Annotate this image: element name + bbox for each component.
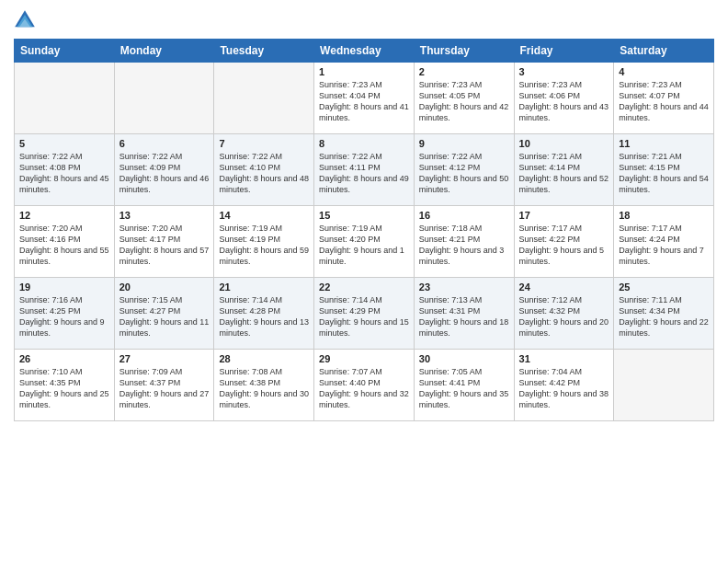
calendar-cell: 24Sunrise: 7:12 AM Sunset: 4:32 PM Dayli… bbox=[514, 278, 614, 350]
calendar-cell: 19Sunrise: 7:16 AM Sunset: 4:25 PM Dayli… bbox=[15, 278, 115, 350]
day-number: 4 bbox=[619, 66, 709, 77]
day-info: Sunrise: 7:13 AM Sunset: 4:31 PM Dayligh… bbox=[419, 294, 509, 339]
calendar-table: SundayMondayTuesdayWednesdayThursdayFrid… bbox=[14, 39, 714, 421]
day-number: 18 bbox=[619, 210, 709, 221]
day-number: 6 bbox=[119, 138, 210, 149]
day-number: 9 bbox=[419, 138, 509, 149]
calendar-cell: 14Sunrise: 7:19 AM Sunset: 4:19 PM Dayli… bbox=[214, 206, 314, 278]
day-number: 25 bbox=[619, 282, 709, 293]
day-info: Sunrise: 7:22 AM Sunset: 4:11 PM Dayligh… bbox=[319, 151, 409, 196]
day-number: 27 bbox=[119, 353, 210, 364]
day-number: 13 bbox=[119, 210, 210, 221]
day-info: Sunrise: 7:16 AM Sunset: 4:25 PM Dayligh… bbox=[19, 294, 109, 339]
calendar-week-1: 1Sunrise: 7:23 AM Sunset: 4:04 PM Daylig… bbox=[15, 63, 714, 134]
calendar-cell: 31Sunrise: 7:04 AM Sunset: 4:42 PM Dayli… bbox=[514, 350, 614, 421]
day-info: Sunrise: 7:14 AM Sunset: 4:28 PM Dayligh… bbox=[219, 294, 309, 339]
calendar-cell: 23Sunrise: 7:13 AM Sunset: 4:31 PM Dayli… bbox=[414, 278, 514, 350]
day-info: Sunrise: 7:07 AM Sunset: 4:40 PM Dayligh… bbox=[319, 366, 409, 411]
day-info: Sunrise: 7:10 AM Sunset: 4:35 PM Dayligh… bbox=[19, 366, 109, 411]
calendar-cell: 11Sunrise: 7:21 AM Sunset: 4:15 PM Dayli… bbox=[614, 134, 714, 206]
calendar-cell: 21Sunrise: 7:14 AM Sunset: 4:28 PM Dayli… bbox=[214, 278, 314, 350]
day-info: Sunrise: 7:20 AM Sunset: 4:17 PM Dayligh… bbox=[119, 223, 210, 268]
day-number: 12 bbox=[19, 210, 109, 221]
day-number: 28 bbox=[219, 353, 309, 364]
calendar-cell bbox=[15, 63, 115, 134]
calendar-cell: 7Sunrise: 7:22 AM Sunset: 4:10 PM Daylig… bbox=[214, 134, 314, 206]
day-info: Sunrise: 7:19 AM Sunset: 4:20 PM Dayligh… bbox=[319, 223, 409, 268]
logo bbox=[14, 9, 38, 31]
day-info: Sunrise: 7:23 AM Sunset: 4:06 PM Dayligh… bbox=[519, 79, 609, 124]
logo-icon bbox=[14, 9, 36, 31]
calendar-cell: 3Sunrise: 7:23 AM Sunset: 4:06 PM Daylig… bbox=[514, 63, 614, 134]
header bbox=[14, 9, 714, 31]
calendar-cell: 20Sunrise: 7:15 AM Sunset: 4:27 PM Dayli… bbox=[114, 278, 214, 350]
calendar-cell: 22Sunrise: 7:14 AM Sunset: 4:29 PM Dayli… bbox=[314, 278, 415, 350]
day-info: Sunrise: 7:05 AM Sunset: 4:41 PM Dayligh… bbox=[419, 366, 509, 411]
day-number: 5 bbox=[19, 138, 109, 149]
calendar-cell: 28Sunrise: 7:08 AM Sunset: 4:38 PM Dayli… bbox=[214, 350, 314, 421]
day-info: Sunrise: 7:23 AM Sunset: 4:05 PM Dayligh… bbox=[419, 79, 509, 124]
day-info: Sunrise: 7:23 AM Sunset: 4:04 PM Dayligh… bbox=[319, 79, 409, 124]
calendar-week-2: 5Sunrise: 7:22 AM Sunset: 4:08 PM Daylig… bbox=[15, 134, 714, 206]
calendar-cell: 12Sunrise: 7:20 AM Sunset: 4:16 PM Dayli… bbox=[15, 206, 115, 278]
calendar-cell bbox=[214, 63, 314, 134]
calendar-cell: 29Sunrise: 7:07 AM Sunset: 4:40 PM Dayli… bbox=[314, 350, 415, 421]
day-info: Sunrise: 7:19 AM Sunset: 4:19 PM Dayligh… bbox=[219, 223, 309, 268]
page: SundayMondayTuesdayWednesdayThursdayFrid… bbox=[0, 0, 728, 563]
day-info: Sunrise: 7:15 AM Sunset: 4:27 PM Dayligh… bbox=[119, 294, 210, 339]
calendar-cell: 9Sunrise: 7:22 AM Sunset: 4:12 PM Daylig… bbox=[414, 134, 514, 206]
day-number: 23 bbox=[419, 282, 509, 293]
day-number: 7 bbox=[219, 138, 309, 149]
day-info: Sunrise: 7:21 AM Sunset: 4:14 PM Dayligh… bbox=[519, 151, 609, 196]
calendar-cell: 25Sunrise: 7:11 AM Sunset: 4:34 PM Dayli… bbox=[614, 278, 714, 350]
day-number: 19 bbox=[19, 282, 109, 293]
calendar-cell bbox=[614, 350, 714, 421]
calendar-week-4: 19Sunrise: 7:16 AM Sunset: 4:25 PM Dayli… bbox=[15, 278, 714, 350]
day-number: 17 bbox=[519, 210, 609, 221]
day-number: 10 bbox=[519, 138, 609, 149]
day-header-sunday: Sunday bbox=[15, 40, 115, 63]
calendar-cell: 10Sunrise: 7:21 AM Sunset: 4:14 PM Dayli… bbox=[514, 134, 614, 206]
calendar-cell: 2Sunrise: 7:23 AM Sunset: 4:05 PM Daylig… bbox=[414, 63, 514, 134]
day-info: Sunrise: 7:22 AM Sunset: 4:08 PM Dayligh… bbox=[19, 151, 109, 196]
calendar-cell: 17Sunrise: 7:17 AM Sunset: 4:22 PM Dayli… bbox=[514, 206, 614, 278]
calendar-cell: 16Sunrise: 7:18 AM Sunset: 4:21 PM Dayli… bbox=[414, 206, 514, 278]
day-info: Sunrise: 7:23 AM Sunset: 4:07 PM Dayligh… bbox=[619, 79, 709, 124]
day-info: Sunrise: 7:09 AM Sunset: 4:37 PM Dayligh… bbox=[119, 366, 210, 411]
day-info: Sunrise: 7:04 AM Sunset: 4:42 PM Dayligh… bbox=[519, 366, 609, 411]
day-number: 30 bbox=[419, 353, 509, 364]
calendar-cell: 6Sunrise: 7:22 AM Sunset: 4:09 PM Daylig… bbox=[114, 134, 214, 206]
day-info: Sunrise: 7:21 AM Sunset: 4:15 PM Dayligh… bbox=[619, 151, 709, 196]
calendar-cell: 15Sunrise: 7:19 AM Sunset: 4:20 PM Dayli… bbox=[314, 206, 415, 278]
day-number: 29 bbox=[319, 353, 409, 364]
day-info: Sunrise: 7:18 AM Sunset: 4:21 PM Dayligh… bbox=[419, 223, 509, 268]
calendar-cell: 30Sunrise: 7:05 AM Sunset: 4:41 PM Dayli… bbox=[414, 350, 514, 421]
day-info: Sunrise: 7:17 AM Sunset: 4:22 PM Dayligh… bbox=[519, 223, 609, 268]
day-info: Sunrise: 7:14 AM Sunset: 4:29 PM Dayligh… bbox=[319, 294, 409, 339]
calendar-cell: 27Sunrise: 7:09 AM Sunset: 4:37 PM Dayli… bbox=[114, 350, 214, 421]
day-number: 1 bbox=[319, 66, 409, 77]
day-number: 24 bbox=[519, 282, 609, 293]
calendar-cell: 5Sunrise: 7:22 AM Sunset: 4:08 PM Daylig… bbox=[15, 134, 115, 206]
day-number: 16 bbox=[419, 210, 509, 221]
day-info: Sunrise: 7:22 AM Sunset: 4:09 PM Dayligh… bbox=[119, 151, 210, 196]
day-number: 20 bbox=[119, 282, 210, 293]
day-header-tuesday: Tuesday bbox=[214, 40, 314, 63]
day-number: 22 bbox=[319, 282, 409, 293]
day-info: Sunrise: 7:22 AM Sunset: 4:12 PM Dayligh… bbox=[419, 151, 509, 196]
day-info: Sunrise: 7:12 AM Sunset: 4:32 PM Dayligh… bbox=[519, 294, 609, 339]
calendar-week-3: 12Sunrise: 7:20 AM Sunset: 4:16 PM Dayli… bbox=[15, 206, 714, 278]
day-info: Sunrise: 7:11 AM Sunset: 4:34 PM Dayligh… bbox=[619, 294, 709, 339]
calendar-cell: 8Sunrise: 7:22 AM Sunset: 4:11 PM Daylig… bbox=[314, 134, 415, 206]
day-number: 2 bbox=[419, 66, 509, 77]
day-number: 14 bbox=[219, 210, 309, 221]
day-info: Sunrise: 7:22 AM Sunset: 4:10 PM Dayligh… bbox=[219, 151, 309, 196]
day-number: 15 bbox=[319, 210, 409, 221]
calendar-cell: 26Sunrise: 7:10 AM Sunset: 4:35 PM Dayli… bbox=[15, 350, 115, 421]
day-header-thursday: Thursday bbox=[414, 40, 514, 63]
day-header-saturday: Saturday bbox=[614, 40, 714, 63]
day-header-wednesday: Wednesday bbox=[314, 40, 415, 63]
day-number: 8 bbox=[319, 138, 409, 149]
calendar-cell: 13Sunrise: 7:20 AM Sunset: 4:17 PM Dayli… bbox=[114, 206, 214, 278]
calendar-header-row: SundayMondayTuesdayWednesdayThursdayFrid… bbox=[15, 40, 714, 63]
